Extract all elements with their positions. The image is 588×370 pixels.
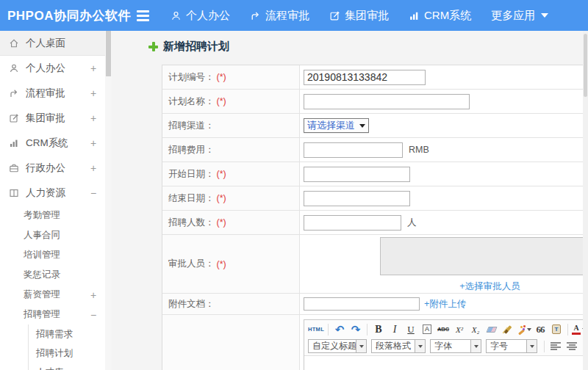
- sidebar-item-reward-punishment[interactable]: 奖惩记录: [0, 265, 105, 285]
- window-scrollbar[interactable]: [583, 31, 588, 370]
- content-editor-label: [162, 315, 300, 370]
- caret-down-icon[interactable]: [471, 339, 481, 353]
- recruit-cost-input[interactable]: [304, 142, 403, 158]
- blockquote-button[interactable]: 66: [533, 322, 548, 336]
- form-row-recruit-count: 招聘人数：(*)人: [162, 211, 588, 235]
- expand-toggle-icon[interactable]: +: [89, 112, 98, 124]
- underline-button[interactable]: U: [404, 322, 418, 336]
- window-scrollbar-thumb[interactable]: [584, 34, 587, 97]
- sidebar-item-training-mgmt[interactable]: 培训管理: [0, 245, 105, 265]
- plan-number-label: 计划编号：(*): [162, 65, 300, 89]
- toolbar-separator: [567, 324, 568, 335]
- end-date-input[interactable]: [304, 191, 410, 206]
- superscript-button[interactable]: X²: [452, 322, 467, 336]
- redo-icon: ↷: [351, 323, 361, 336]
- expand-toggle-icon[interactable]: +: [89, 137, 98, 149]
- format-brush-button[interactable]: [501, 322, 515, 336]
- recruit-count-input[interactable]: [304, 215, 401, 231]
- font-family-dropdown[interactable]: 字体: [430, 339, 481, 353]
- content-editor-field: HTML↶↷BIUAABCX²X₂66TAab自定义标题段落格式字体字号∞∞: [300, 315, 588, 370]
- menu-toggle-icon[interactable]: [137, 10, 149, 21]
- html-source-button[interactable]: HTML: [308, 322, 324, 336]
- caret-down-icon[interactable]: [415, 339, 426, 353]
- page-title: 新增招聘计划: [148, 40, 229, 54]
- plan-name-input[interactable]: [304, 94, 470, 109]
- blockquote-icon: 66: [537, 324, 545, 335]
- sidebar-item-personal-desktop[interactable]: 个人桌面: [0, 31, 105, 56]
- form-row-plan-name: 计划名称：(*): [162, 90, 588, 114]
- sidebar: 个人桌面个人办公+流程审批+集团审批+CRM系统+行政办公+人力资源−考勤管理人…: [0, 31, 105, 370]
- approvers-textarea[interactable]: [380, 237, 588, 275]
- home-icon: [9, 38, 20, 48]
- subscript-button[interactable]: X₂: [468, 322, 483, 336]
- bold-button[interactable]: B: [371, 322, 386, 336]
- sidebar-item-admin-office[interactable]: 行政办公+: [0, 156, 105, 181]
- recruit-channel-select[interactable]: 请选择渠道: [304, 118, 369, 133]
- select-approvers-link[interactable]: +选择审批人员: [459, 280, 520, 293]
- toolbar-separator: [328, 324, 329, 335]
- align-left-button[interactable]: [548, 339, 563, 353]
- sidebar-item-recruitment-mgmt[interactable]: 招聘管理−: [0, 305, 105, 324]
- attachment-input[interactable]: [304, 297, 420, 311]
- sidebar-item-hr-contract[interactable]: 人事合同: [0, 225, 105, 245]
- caret-down-icon[interactable]: [356, 339, 367, 353]
- plan-number-input[interactable]: [304, 70, 426, 85]
- strikethrough-button[interactable]: ABC: [436, 322, 451, 336]
- align-center-button[interactable]: [564, 339, 579, 353]
- expand-toggle-icon[interactable]: +: [89, 162, 98, 174]
- paste-text-button[interactable]: T: [549, 322, 564, 336]
- expand-toggle-icon[interactable]: +: [89, 62, 98, 74]
- sidebar-item-salary-mgmt[interactable]: 薪资管理+: [0, 285, 105, 305]
- start-date-input[interactable]: [304, 167, 410, 182]
- caret-down-icon[interactable]: [527, 339, 537, 353]
- sidebar-sublist: 考勤管理人事合同培训管理奖惩记录薪资管理+招聘管理−招聘需求招聘计划人才库: [0, 206, 105, 370]
- briefcase-icon: [9, 163, 20, 173]
- recruit-cost-label: 招聘费用：: [162, 138, 300, 162]
- sidebar-scrollbar[interactable]: [105, 31, 112, 370]
- italic-button[interactable]: I: [387, 322, 402, 336]
- custom-title-dropdown[interactable]: 自定义标题: [308, 339, 367, 353]
- eraser-button[interactable]: [484, 322, 499, 336]
- strikethrough-icon: ABC: [437, 326, 449, 333]
- expand-toggle-icon[interactable]: +: [89, 87, 98, 99]
- top-navigation: 个人办公流程审批集团审批CRM系统更多应用: [137, 9, 548, 23]
- eraser-icon: [486, 327, 497, 333]
- sidebar-item-recruit-demand[interactable]: 招聘需求: [29, 324, 105, 344]
- topnav-workflow-approval[interactable]: 流程审批: [250, 9, 309, 23]
- expand-toggle-icon[interactable]: −: [89, 309, 98, 321]
- form-row-recruit-cost: 招聘费用：RMB: [162, 138, 588, 162]
- caret-down-icon: [541, 13, 548, 18]
- main-content: 新增招聘计划 计划编号：(*)计划名称：(*)招聘渠道：请选择渠道招聘费用：RM…: [112, 31, 588, 370]
- auto-typeset-button[interactable]: [517, 322, 531, 336]
- app-logo: PHPOA协同办公软件: [0, 7, 137, 24]
- topnav-group-approval[interactable]: 集团审批: [329, 9, 389, 23]
- topnav-personal-office[interactable]: 个人办公: [171, 9, 230, 23]
- redo-button[interactable]: ↷: [348, 322, 363, 336]
- editor-content-area[interactable]: [304, 355, 588, 370]
- paragraph-format-dropdown[interactable]: 段落格式: [371, 339, 426, 353]
- sidebar-item-group-approval[interactable]: 集团审批+: [0, 106, 105, 131]
- topnav-crm-system[interactable]: CRM系统: [409, 9, 471, 23]
- topnav-more-apps[interactable]: 更多应用: [491, 9, 548, 23]
- chart-icon: [409, 10, 420, 21]
- sidebar-item-workflow-approval[interactable]: 流程审批+: [0, 81, 105, 106]
- sidebar-item-recruit-plan[interactable]: 招聘计划: [29, 344, 105, 363]
- attachment-upload-link[interactable]: +附件上传: [424, 298, 466, 311]
- sidebar-item-attendance-mgmt[interactable]: 考勤管理: [0, 206, 105, 225]
- topbar: PHPOA协同办公软件 个人办公流程审批集团审批CRM系统更多应用: [0, 0, 588, 31]
- font-size-dropdown[interactable]: 字号: [486, 339, 537, 353]
- sidebar-item-personal-office[interactable]: 个人办公+: [0, 56, 105, 81]
- expand-toggle-icon[interactable]: −: [89, 187, 98, 199]
- sidebar-item-human-resources[interactable]: 人力资源−: [0, 181, 105, 206]
- paste-text-icon: T: [552, 324, 561, 334]
- form-row-recruit-channel: 招聘渠道：请选择渠道: [162, 114, 588, 138]
- start-date-field: [300, 162, 588, 186]
- font-border-button[interactable]: A: [420, 322, 434, 336]
- sidebar-item-talent-pool[interactable]: 人才库: [29, 363, 105, 370]
- required-mark: (*): [217, 217, 226, 228]
- undo-button[interactable]: ↶: [332, 322, 347, 336]
- expand-toggle-icon[interactable]: +: [89, 289, 98, 301]
- select-caret-icon: [359, 124, 365, 128]
- sidebar-scrollbar-thumb[interactable]: [106, 31, 111, 76]
- sidebar-item-crm-system[interactable]: CRM系统+: [0, 131, 105, 156]
